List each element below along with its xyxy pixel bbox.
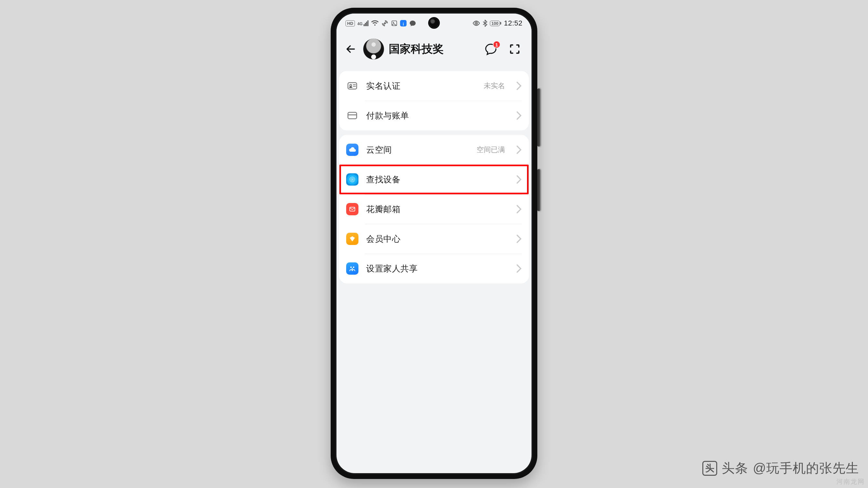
- row-find-device[interactable]: 查找设备: [339, 165, 529, 194]
- member-icon: [346, 233, 359, 245]
- battery-icon: 100: [490, 21, 501, 26]
- scan-button[interactable]: [507, 41, 523, 57]
- watermark-author: @玩手机的张先生: [753, 459, 859, 477]
- row-label: 云空间: [366, 144, 469, 156]
- title-bar: 国家科技奖 1: [337, 32, 531, 66]
- services-group: 云空间 空间已满 查找设备: [339, 135, 529, 283]
- watermark-toutiao: 头 头条 @玩手机的张先生: [702, 459, 859, 477]
- chevron-right-icon: [516, 175, 522, 184]
- row-label: 实名认证: [366, 80, 476, 92]
- row-member[interactable]: 会员中心: [339, 224, 529, 254]
- notification-badge: 1: [493, 41, 500, 48]
- svg-rect-6: [348, 112, 357, 119]
- find-device-icon: [346, 173, 359, 186]
- mail-icon: [346, 203, 359, 215]
- chevron-right-icon: [516, 205, 522, 214]
- row-label: 付款与账单: [366, 110, 508, 121]
- svg-point-9: [352, 179, 353, 180]
- row-label: 花瓣邮箱: [366, 204, 508, 215]
- row-realname[interactable]: 实名认证 未实名: [339, 71, 529, 101]
- volume-button: [537, 89, 540, 147]
- camera-punch-hole: [429, 18, 439, 28]
- row-label: 会员中心: [366, 233, 508, 245]
- row-family[interactable]: 设置家人共享: [339, 254, 529, 283]
- network-indicator: 4G: [358, 20, 368, 26]
- chevron-right-icon: [516, 111, 522, 120]
- wifi-icon: [371, 20, 379, 27]
- screen: HD 4G: [337, 13, 531, 473]
- row-trail: 空间已满: [476, 145, 505, 155]
- row-label: 查找设备: [366, 174, 508, 185]
- row-billing[interactable]: 付款与账单: [339, 101, 529, 130]
- svg-point-11: [350, 267, 352, 268]
- hd-indicator: HD: [345, 20, 355, 27]
- cloud-icon: [346, 143, 359, 156]
- page-title: 国家科技奖: [389, 42, 478, 57]
- row-trail: 未实名: [484, 81, 505, 91]
- family-icon: [346, 262, 359, 275]
- row-label: 设置家人共享: [366, 263, 508, 274]
- hotspot-icon: [381, 20, 389, 27]
- messages-button[interactable]: 1: [483, 41, 499, 57]
- toutiao-logo-icon: 头: [702, 461, 717, 476]
- scan-icon: [508, 43, 521, 55]
- notif-image-icon: [391, 20, 398, 27]
- settings-content: 实名认证 未实名 付款与账单: [337, 71, 531, 291]
- eye-icon: [472, 20, 480, 26]
- wallet-icon: [346, 109, 359, 122]
- bluetooth-icon: [483, 20, 487, 27]
- svg-rect-4: [348, 83, 357, 89]
- svg-point-3: [476, 23, 477, 24]
- avatar[interactable]: [363, 38, 384, 60]
- svg-point-2: [393, 22, 394, 23]
- svg-point-13: [352, 268, 353, 269]
- back-arrow-icon: [345, 43, 356, 55]
- power-button: [537, 169, 540, 211]
- id-card-icon: [346, 80, 359, 92]
- chevron-right-icon: [516, 234, 522, 243]
- notif-chat-icon: [409, 20, 416, 27]
- row-mail[interactable]: 花瓣邮箱: [339, 194, 529, 224]
- chevron-right-icon: [516, 82, 522, 90]
- back-button[interactable]: [343, 41, 359, 57]
- chevron-right-icon: [516, 264, 522, 273]
- watermark-site: 河南龙网: [836, 477, 865, 486]
- notif-app-icon: ¡: [400, 20, 407, 27]
- row-cloud[interactable]: 云空间 空间已满: [339, 135, 529, 165]
- phone-frame: HD 4G: [331, 8, 537, 479]
- watermark-source: 头条: [722, 459, 748, 477]
- svg-point-5: [350, 85, 352, 87]
- svg-point-12: [353, 267, 354, 268]
- account-group: 实名认证 未实名 付款与账单: [339, 71, 529, 130]
- clock: 12:52: [504, 19, 523, 27]
- svg-point-0: [384, 22, 386, 24]
- chevron-right-icon: [516, 145, 522, 154]
